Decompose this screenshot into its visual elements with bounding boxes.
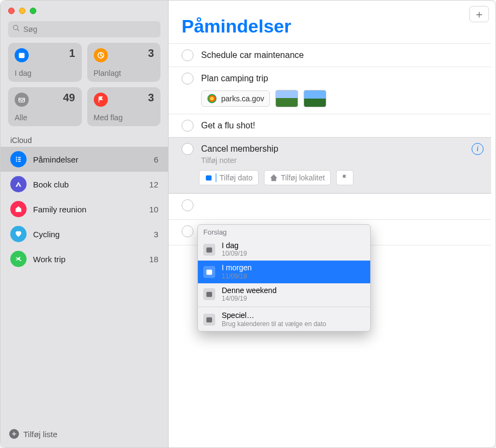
sidebar-list-book-club[interactable]: Book club 12 [1,172,168,197]
sidebar-list-cycling[interactable]: Cycling 3 [1,222,168,246]
suggestion-today[interactable]: I dag 10/09/19 [198,238,370,261]
add-reminder-button[interactable]: ＋ [469,6,489,22]
suggestion-weekend[interactable]: Denne weekend 14/09/19 [198,283,370,306]
suggestion-label: I dag [222,242,247,250]
list-count: 18 [149,255,158,264]
flag-icon [94,93,108,107]
reminder-item[interactable]: Schedule car maintenance [169,43,491,67]
flag-toggle-chip[interactable] [336,170,353,185]
svg-rect-4 [18,157,21,158]
suggestion-custom[interactable]: Speciel… Brug kalenderen til at vælge en… [198,308,370,330]
calendar-icon [203,288,215,300]
list-count: 10 [149,205,158,214]
list-name: Påmindelser [33,155,147,164]
card-today[interactable]: 1 I dag [8,43,82,82]
link-attachment[interactable]: parks.ca.gov [201,90,270,107]
heart-icon [10,226,27,242]
list-count: 3 [154,230,158,239]
add-list-button[interactable]: ＋ Tilføj liste [1,423,168,447]
complete-toggle[interactable] [182,73,194,85]
section-header-icloud: iCloud [1,134,168,147]
card-label: Planlagt [94,69,121,77]
smart-list-cards: 1 I dag 3 Planlagt 49 Alle [1,43,168,134]
tent-icon [10,176,27,192]
svg-rect-12 [207,292,212,297]
favicon-icon [207,94,217,103]
popover-divider [198,307,370,307]
reminder-item[interactable]: Plan camping trip parks.ca.gov [169,67,491,114]
notes-placeholder[interactable]: Tilføj noter [201,156,491,165]
complete-toggle[interactable] [182,120,194,132]
list-name: Cycling [33,230,147,239]
card-label: Med flag [94,113,123,122]
card-label: Alle [15,113,27,122]
search-field[interactable] [8,21,160,37]
complete-toggle[interactable] [182,225,194,237]
card-count: 1 [69,47,75,60]
list-rows: Påmindelser 6 Book club 12 Family reunio… [1,147,168,423]
text-cursor [216,173,216,182]
add-date-chip[interactable]: Tilføj dato [199,170,259,185]
add-location-chip[interactable]: Tilføj lokalitet [264,170,331,185]
list-count: 12 [149,180,158,189]
popover-header: Forslag [198,225,370,238]
image-attachment[interactable] [275,90,298,107]
suggestion-label: Denne weekend [222,287,276,295]
list-count: 6 [154,155,158,164]
reminder-title[interactable]: Get a flu shot! [201,121,491,131]
search-icon [12,24,20,34]
card-count: 3 [148,92,154,104]
svg-point-7 [16,160,17,161]
add-date-label: Tilføj dato [220,173,253,182]
svg-rect-1 [19,53,25,55]
svg-point-5 [16,159,17,160]
sidebar-list-family-reunion[interactable]: Family reunion 10 [1,197,168,222]
reminder-title[interactable]: Schedule car maintenance [201,50,491,60]
sidebar-list-reminders[interactable]: Påmindelser 6 [1,147,168,172]
add-location-label: Tilføj lokalitet [281,173,325,182]
date-suggestions-popover: Forslag I dag 10/09/19 I morgen 11/09/19 [197,224,371,332]
complete-toggle[interactable] [182,199,194,211]
info-button[interactable]: i [472,143,484,155]
svg-rect-8 [18,161,21,162]
suggestion-date: 14/09/19 [222,295,276,302]
suggestion-date: 10/09/19 [222,250,247,257]
reminder-item[interactable] [169,193,491,219]
sidebar: 1 I dag 3 Planlagt 49 Alle [1,1,169,447]
complete-toggle[interactable] [182,143,194,155]
plus-circle-icon: ＋ [9,429,19,439]
plane-icon [10,251,27,267]
svg-rect-6 [18,159,21,160]
minimize-window-button[interactable] [19,8,25,14]
calendar-today-icon [15,48,29,62]
reminder-title[interactable]: Plan camping trip [201,74,491,83]
suggestion-tomorrow[interactable]: I morgen 11/09/19 [198,261,370,283]
search-input[interactable] [23,25,156,34]
suggestion-date: 11/09/19 [222,272,252,280]
calendar-icon [203,314,215,326]
card-flagged[interactable]: 3 Med flag [87,87,161,126]
suggestion-hint: Brug kalenderen til at vælge en dato [222,320,326,328]
titlebar [1,1,168,21]
add-list-label: Tilføj liste [23,430,57,439]
list-name: Book club [33,180,143,189]
reminder-title[interactable]: Cancel membership [201,144,491,154]
app-window: 1 I dag 3 Planlagt 49 Alle [0,0,496,448]
reminder-attachments: parks.ca.gov [201,90,491,107]
card-label: I dag [15,69,31,77]
reminder-item-editing[interactable]: i Cancel membership Tilføj noter Tilføj … [169,137,491,193]
sidebar-list-work-trip[interactable]: Work trip 18 [1,246,168,271]
close-window-button[interactable] [8,8,15,14]
card-scheduled[interactable]: 3 Planlagt [87,43,161,82]
clock-icon [94,48,108,62]
maximize-window-button[interactable] [30,8,36,14]
reminder-item[interactable]: Get a flu shot! [169,114,491,137]
complete-toggle[interactable] [182,49,194,61]
image-attachment[interactable] [304,90,326,107]
list-title: Påmindelser [169,1,495,43]
suggestion-label: I morgen [222,264,252,272]
card-all[interactable]: 49 Alle [8,87,82,126]
edit-chips: Tilføj dato Tilføj lokalitet [199,170,491,185]
calendar-icon [203,266,215,278]
tray-icon [15,93,29,107]
